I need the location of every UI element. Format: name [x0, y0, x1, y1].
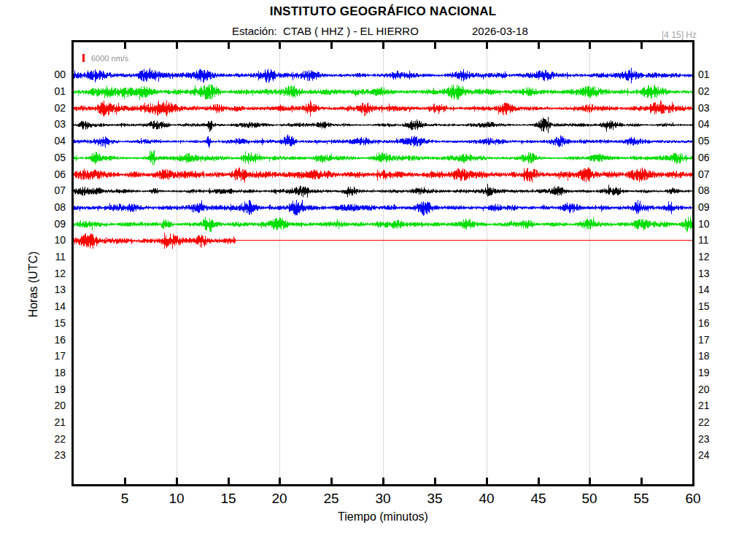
hour-label-left-11: 11 [41, 252, 66, 262]
x-tick-label-40: 40 [469, 491, 504, 507]
hour-label-left-19: 19 [41, 384, 66, 395]
hour-label-right-23: 23 [698, 434, 723, 445]
hour-label-right-06: 06 [698, 152, 723, 163]
station-subtitle: Estación: CTAB ( HHZ ) - EL HIERRO [232, 25, 419, 37]
hour-label-left-02: 02 [41, 103, 66, 114]
date-label: 2026-03-18 [472, 25, 528, 37]
hour-label-left-22: 22 [41, 434, 66, 445]
hour-label-right-22: 22 [698, 417, 723, 428]
hour-label-right-05: 05 [698, 136, 723, 147]
hour-label-right-21: 21 [698, 400, 723, 411]
hour-label-right-11: 11 [698, 235, 723, 246]
hour-label-right-03: 03 [698, 103, 723, 114]
filter-band-label: [4 15] Hz [624, 30, 697, 40]
hour-label-right-18: 18 [698, 351, 723, 362]
hour-label-right-14: 14 [698, 284, 723, 295]
hour-label-right-20: 20 [698, 384, 723, 395]
hour-label-left-07: 07 [41, 185, 66, 196]
hour-label-left-16: 16 [41, 335, 66, 346]
hour-label-left-01: 01 [41, 86, 66, 97]
hour-label-right-15: 15 [698, 301, 723, 312]
x-tick-label-50: 50 [572, 491, 607, 507]
hour-label-left-23: 23 [41, 450, 66, 461]
scale-value-label: 6000 nm/s [91, 54, 128, 63]
x-tick-label-55: 55 [624, 491, 659, 507]
amplitude-scale-legend: 6000 nm/s [82, 53, 128, 63]
hour-label-left-08: 08 [41, 202, 66, 213]
hour-label-left-00: 00 [41, 69, 66, 80]
hour-label-right-24: 24 [698, 450, 723, 461]
hour-label-right-17: 17 [698, 335, 723, 346]
x-tick-label-5: 5 [107, 491, 142, 507]
x-tick-label-60: 60 [676, 491, 711, 507]
plot-area [71, 40, 694, 486]
hour-label-left-10: 10 [41, 235, 66, 246]
hour-label-left-12: 12 [41, 268, 66, 279]
hour-label-right-16: 16 [698, 318, 723, 329]
hour-label-right-07: 07 [698, 169, 723, 180]
hour-label-left-13: 13 [41, 284, 66, 295]
x-axis-title: Tiempo (minutos) [73, 510, 693, 524]
hour-label-right-01: 01 [698, 69, 723, 80]
x-tick-label-30: 30 [365, 491, 400, 507]
hour-label-left-21: 21 [41, 417, 66, 428]
page-title: INSTITUTO GEOGRÁFICO NACIONAL [73, 4, 693, 19]
hour-label-right-02: 02 [698, 86, 723, 97]
x-tick-label-10: 10 [159, 491, 194, 507]
helicorder-canvas [71, 40, 694, 486]
hour-label-left-04: 04 [41, 136, 66, 147]
hour-label-left-17: 17 [41, 351, 66, 362]
y-axis-title: Horas (UTC) [27, 252, 40, 318]
hour-label-right-19: 19 [698, 368, 723, 378]
hour-label-left-05: 05 [41, 152, 66, 163]
x-tick-label-45: 45 [521, 491, 556, 507]
hour-label-left-03: 03 [41, 119, 66, 130]
hour-label-left-20: 20 [41, 400, 66, 411]
hour-label-left-09: 09 [41, 219, 66, 230]
x-tick-label-35: 35 [417, 491, 452, 507]
hour-label-right-08: 08 [698, 185, 723, 196]
x-tick-label-15: 15 [211, 491, 246, 507]
hour-label-left-18: 18 [41, 368, 66, 378]
hour-label-right-12: 12 [698, 252, 723, 262]
scale-bar-icon [82, 54, 85, 62]
hour-label-left-15: 15 [41, 318, 66, 329]
hour-label-right-13: 13 [698, 268, 723, 279]
hour-label-right-10: 10 [698, 219, 723, 230]
hour-label-left-06: 06 [41, 169, 66, 180]
hour-label-right-09: 09 [698, 202, 723, 213]
hour-label-left-14: 14 [41, 301, 66, 312]
helicorder-page: INSTITUTO GEOGRÁFICO NACIONAL Estación: … [0, 0, 747, 560]
x-tick-label-20: 20 [262, 491, 297, 507]
hour-label-right-04: 04 [698, 119, 723, 130]
x-tick-label-25: 25 [314, 491, 349, 507]
